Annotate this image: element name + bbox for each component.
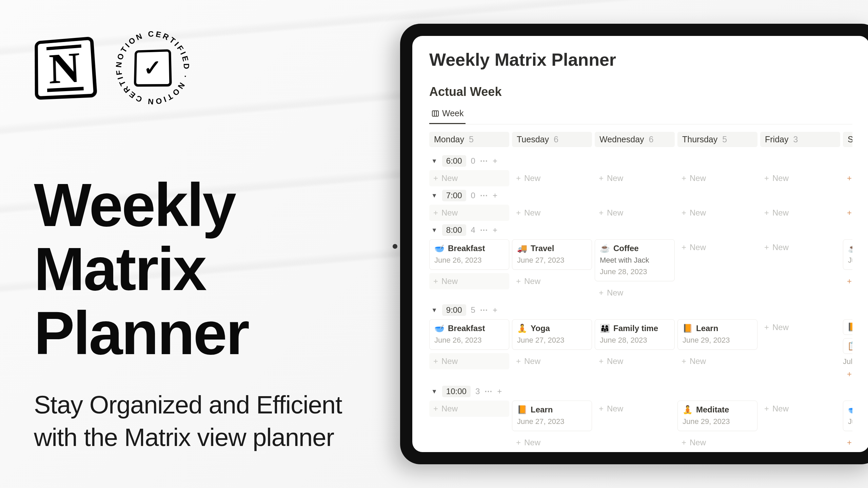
event-card[interactable]: 🧘MeditateJune 29, 2023 xyxy=(677,401,757,431)
day-header-friday[interactable]: Friday3 xyxy=(760,132,840,147)
new-button[interactable]: +New xyxy=(512,170,592,186)
new-button[interactable]: +New xyxy=(595,353,675,369)
day-header-wednesday[interactable]: Wednesday6 xyxy=(595,132,675,147)
new-button[interactable]: +New xyxy=(595,205,675,221)
card-title: ☕C xyxy=(848,244,852,253)
new-button[interactable]: +New xyxy=(595,401,675,417)
event-card[interactable]: 🚚TravelJune 27, 2023 xyxy=(512,239,592,270)
plus-icon: + xyxy=(682,243,686,252)
new-button[interactable]: +New xyxy=(429,401,509,417)
new-button[interactable]: +New xyxy=(429,273,509,289)
new-button[interactable]: +N xyxy=(843,170,852,186)
event-card[interactable]: 📙LearnJune 27, 2023 xyxy=(512,401,592,431)
more-icon[interactable]: ··· xyxy=(480,191,488,200)
new-label: New xyxy=(524,208,540,218)
new-label: New xyxy=(772,208,789,218)
card-date: July xyxy=(848,256,852,265)
event-card[interactable]: 🥣BJuly xyxy=(843,401,852,431)
add-icon[interactable]: + xyxy=(493,225,497,235)
more-icon[interactable]: ··· xyxy=(480,305,488,315)
new-button[interactable]: +New xyxy=(595,285,675,301)
event-card[interactable]: 🥣BreakfastJune 26, 2023 xyxy=(429,239,509,270)
event-card[interactable]: 📋Ir xyxy=(843,338,852,354)
add-icon[interactable]: + xyxy=(493,305,497,315)
new-button[interactable]: +New xyxy=(760,205,840,221)
calendar-cell: ☕CoffeeMeet with JackJune 28, 2023+New xyxy=(595,239,677,301)
plus-icon: + xyxy=(516,174,521,183)
plus-icon: + xyxy=(516,208,521,218)
event-card[interactable]: 📙LearnJune 29, 2023 xyxy=(677,319,757,350)
day-name: Thursday xyxy=(682,135,717,144)
day-header-monday[interactable]: Monday5 xyxy=(429,132,509,147)
collapse-caret-icon[interactable]: ▼ xyxy=(431,307,437,314)
new-button[interactable]: +New xyxy=(429,205,509,221)
event-card[interactable]: 🥣BreakfastJune 26, 2023 xyxy=(429,319,509,350)
new-button[interactable]: +New xyxy=(677,434,757,451)
new-button[interactable]: +New xyxy=(760,239,840,256)
time-group-header[interactable]: ▼9:005···+ xyxy=(429,301,852,319)
new-button[interactable]: +New xyxy=(760,319,840,336)
plus-icon: + xyxy=(682,438,686,447)
card-emoji-icon: 📋 xyxy=(847,341,852,351)
card-date: June 26, 2023 xyxy=(434,256,504,265)
calendar-cell: 📙LearnJune 29, 2023+New xyxy=(677,319,760,382)
calendar-cell: 🚚TravelJune 27, 2023+New xyxy=(512,239,595,301)
time-count: 0 xyxy=(471,191,475,200)
new-button[interactable]: +New xyxy=(677,205,757,221)
new-button[interactable]: +New xyxy=(429,353,509,369)
new-button[interactable]: +New xyxy=(512,273,592,289)
new-button[interactable]: +New xyxy=(760,170,840,186)
new-button[interactable]: +N xyxy=(843,205,852,221)
time-group-header[interactable]: ▼7:000···+ xyxy=(429,186,852,205)
new-button[interactable]: +New xyxy=(512,353,592,369)
more-icon[interactable]: ··· xyxy=(480,225,488,235)
card-emoji-icon: 👨‍👩‍👧 xyxy=(600,324,610,333)
new-button[interactable]: +New xyxy=(677,170,757,186)
time-group-header[interactable]: ▼8:004···+ xyxy=(429,221,852,239)
calendar-cell: +N xyxy=(843,170,852,186)
more-icon[interactable]: ··· xyxy=(480,156,488,166)
collapse-caret-icon[interactable]: ▼ xyxy=(431,192,437,199)
new-button[interactable]: +New xyxy=(677,239,757,256)
tab-week[interactable]: Week xyxy=(429,105,466,124)
event-card[interactable]: 📙L xyxy=(843,319,852,335)
day-header-tuesday[interactable]: Tuesday6 xyxy=(512,132,592,147)
calendar-cell: +New xyxy=(512,205,595,221)
day-header-thursday[interactable]: Thursday5 xyxy=(677,132,757,147)
svg-rect-1 xyxy=(432,111,438,116)
tab-label: Week xyxy=(442,108,463,118)
calendar-cell: +New xyxy=(595,401,677,451)
new-button[interactable]: +New xyxy=(512,434,592,451)
event-card[interactable]: 🧘YogaJune 27, 2023 xyxy=(512,319,592,350)
event-card[interactable]: ☕CoffeeMeet with JackJune 28, 2023 xyxy=(595,239,675,281)
add-icon[interactable]: + xyxy=(493,191,497,200)
card-date: June 28, 2023 xyxy=(600,336,670,345)
day-header-satu[interactable]: Satu xyxy=(843,132,852,147)
collapse-caret-icon[interactable]: ▼ xyxy=(431,388,437,395)
new-button[interactable]: +N xyxy=(843,434,852,451)
new-button[interactable]: +New xyxy=(760,401,840,417)
new-button[interactable]: +New xyxy=(843,366,852,382)
new-button[interactable]: +New xyxy=(677,353,757,369)
more-icon[interactable]: ··· xyxy=(485,387,492,396)
new-button[interactable]: +New xyxy=(512,205,592,221)
event-card[interactable]: 👨‍👩‍👧Family timeJune 28, 2023 xyxy=(595,319,675,350)
calendar-cell: 🧘YogaJune 27, 2023+New xyxy=(512,319,595,382)
time-group-header[interactable]: ▼6:000···+ xyxy=(429,152,852,170)
new-button[interactable]: +New xyxy=(595,170,675,186)
time-label: 6:00 xyxy=(442,155,466,167)
new-button[interactable]: +New xyxy=(429,170,509,186)
time-group-header[interactable]: ▼10:003···+ xyxy=(429,382,852,401)
new-label: New xyxy=(607,288,623,298)
event-card[interactable]: ☕CJuly xyxy=(843,239,852,270)
collapse-caret-icon[interactable]: ▼ xyxy=(431,227,437,234)
calendar-cell: 📙L📋IrJuly+New xyxy=(843,319,852,382)
add-icon[interactable]: + xyxy=(493,156,497,166)
card-title: 👨‍👩‍👧Family time xyxy=(600,324,670,333)
card-date: June 27, 2023 xyxy=(517,336,587,345)
add-icon[interactable]: + xyxy=(497,387,502,396)
collapse-caret-icon[interactable]: ▼ xyxy=(431,158,437,165)
table-icon xyxy=(431,109,439,118)
new-button[interactable]: +New xyxy=(843,273,852,289)
day-name: Friday xyxy=(765,135,788,144)
